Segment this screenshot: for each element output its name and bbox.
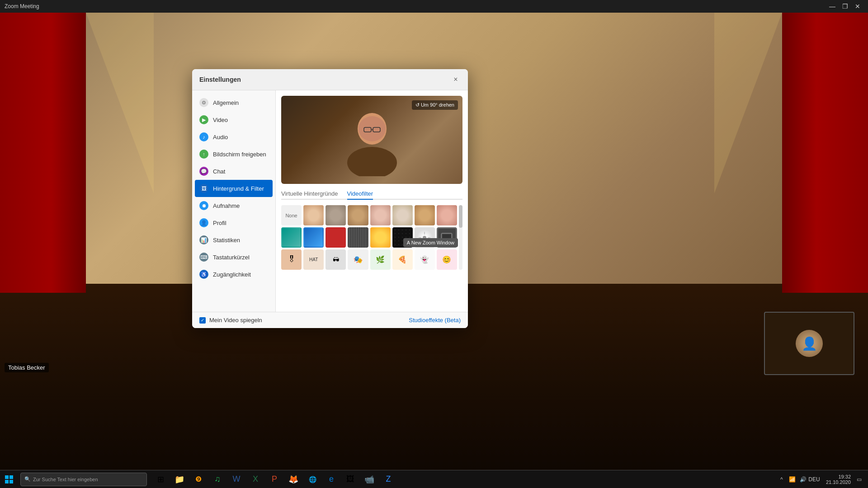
taskbar-folder-icon[interactable]: 📁 bbox=[170, 470, 189, 488]
tray-language[interactable]: DEU bbox=[810, 475, 819, 484]
sidebar-label-profil: Profil bbox=[213, 220, 226, 226]
participant-thumbnail: 👤 bbox=[764, 312, 854, 375]
filter-sunflower[interactable] bbox=[370, 227, 391, 248]
taskbar-excel-icon[interactable]: X bbox=[246, 470, 264, 488]
curtain-right bbox=[782, 13, 868, 293]
sidebar-item-zugaenglich[interactable]: ♿ Zugänglichkeit bbox=[192, 266, 275, 283]
tray-chevron[interactable]: ^ bbox=[777, 475, 786, 484]
audio-icon: ♪ bbox=[199, 132, 208, 141]
taskbar-spotify-icon[interactable]: ♫ bbox=[208, 470, 226, 488]
dialog-header: Einstellungen × bbox=[192, 69, 468, 90]
filter-glasses[interactable]: 🕶 bbox=[326, 249, 346, 270]
hintergrund-icon: 🖼 bbox=[199, 184, 208, 193]
taskbar-ppt-icon[interactable]: P bbox=[265, 470, 283, 488]
system-tray: ^ 📶 🔊 DEU bbox=[774, 475, 822, 484]
tray-volume[interactable]: 🔊 bbox=[799, 475, 808, 484]
filter-scrollthumb bbox=[459, 205, 462, 228]
filter-skin-2[interactable] bbox=[326, 205, 346, 225]
participant-name: Tobias Becker bbox=[5, 363, 49, 372]
filter-skin-7[interactable] bbox=[437, 205, 457, 225]
taskbar-video-icon[interactable]: 📹 bbox=[360, 470, 378, 488]
sidebar-item-audio[interactable]: ♪ Audio bbox=[192, 128, 275, 145]
filter-skin-3[interactable] bbox=[348, 205, 368, 225]
mirror-checkbox[interactable]: ✓ bbox=[199, 317, 206, 324]
filter-tabs: Virtuelle Hintergründe Videofilter bbox=[281, 188, 462, 200]
filter-tv-static[interactable] bbox=[348, 227, 368, 248]
taskbar-edge-icon[interactable]: e bbox=[322, 470, 340, 488]
svg-point-5 bbox=[347, 147, 397, 176]
mirror-checkbox-row: ✓ Mein Video spiegeln bbox=[199, 317, 262, 324]
filter-emoji1[interactable]: 🎖 bbox=[281, 249, 302, 270]
window-close-button[interactable]: ✕ bbox=[852, 2, 863, 11]
studio-effects-link[interactable]: Studioeffekte (Beta) bbox=[409, 317, 461, 324]
sidebar-item-video[interactable]: ▶ Video bbox=[192, 111, 275, 128]
sidebar-item-statistiken[interactable]: 📊 Statistiken bbox=[192, 231, 275, 249]
sidebar-label-aufnahme: Aufnahme bbox=[213, 202, 240, 209]
filter-monitor[interactable] bbox=[437, 227, 457, 248]
taskbar-word-icon[interactable]: W bbox=[227, 470, 245, 488]
dialog-body: ⚙ Allgemein ▶ Video ♪ Audio ↑ Bildschirm… bbox=[192, 90, 468, 312]
sidebar-item-aufnahme[interactable]: ⏺ Aufnahme bbox=[192, 197, 275, 214]
profil-icon: 👤 bbox=[199, 218, 208, 227]
sidebar-label-statistiken: Statistiken bbox=[213, 237, 240, 244]
tab-virtuelle[interactable]: Virtuelle Hintergründe bbox=[281, 188, 338, 200]
title-bar-text: Zoom Meeting bbox=[5, 3, 826, 9]
filter-hat[interactable]: HAT bbox=[303, 249, 324, 270]
taskbar-apps-icon[interactable]: ⊞ bbox=[151, 470, 170, 488]
rotate-button[interactable]: ↺ Um 90° drehen bbox=[412, 100, 458, 110]
filter-emoji3[interactable]: 🌿 bbox=[370, 249, 391, 270]
taskbar-time-date[interactable]: 19:32 21.10.2020 bbox=[826, 474, 851, 485]
sidebar-item-chat[interactable]: 💬 Chat bbox=[192, 163, 275, 180]
filter-sparkle[interactable] bbox=[415, 227, 435, 248]
show-desktop[interactable]: ▭ bbox=[854, 475, 863, 484]
sidebar-item-allgemein[interactable]: ⚙ Allgemein bbox=[192, 94, 275, 111]
filter-emoji5[interactable]: 😊 bbox=[437, 249, 457, 270]
maximize-button[interactable]: ❐ bbox=[839, 2, 851, 11]
clock-date: 21.10.2020 bbox=[826, 479, 851, 485]
video-icon: ▶ bbox=[199, 115, 208, 124]
search-placeholder: Zur Suche Text hier eingeben bbox=[33, 477, 98, 482]
sidebar-label-zugaenglich: Zugänglichkeit bbox=[213, 271, 251, 278]
taskbar-firefox-icon[interactable]: 🦊 bbox=[284, 470, 302, 488]
filter-red[interactable] bbox=[326, 227, 346, 248]
filter-blue-wave[interactable] bbox=[303, 227, 324, 248]
taskbar-ie-icon[interactable]: ❾ bbox=[189, 470, 208, 488]
filter-skin-4[interactable] bbox=[370, 205, 391, 225]
svg-rect-18 bbox=[9, 480, 13, 483]
sidebar-label-allgemein: Allgemein bbox=[213, 99, 239, 106]
filter-none[interactable]: None bbox=[281, 205, 302, 225]
taskbar-pinned-icons: ⊞ 📁 ❾ ♫ W X P 🦊 🌐 e 🖼 📹 Z bbox=[151, 470, 397, 488]
filter-dots[interactable] bbox=[392, 227, 413, 248]
sidebar-item-bildschirm[interactable]: ↑ Bildschirm freigeben bbox=[192, 145, 275, 163]
sidebar-item-tastatur[interactable]: ⌨ Tastaturkürzel bbox=[192, 249, 275, 266]
start-button[interactable] bbox=[0, 470, 18, 488]
tray-network[interactable]: 📶 bbox=[788, 475, 797, 484]
curtain-left bbox=[0, 13, 86, 293]
filter-pizza[interactable]: 🍕 bbox=[392, 249, 413, 270]
filter-skin-1[interactable] bbox=[303, 205, 324, 225]
filter-skin-6[interactable] bbox=[415, 205, 435, 225]
filter-scrollbar[interactable] bbox=[459, 205, 462, 270]
minimize-button[interactable]: — bbox=[826, 2, 838, 11]
svg-rect-12 bbox=[442, 234, 451, 239]
filter-skin-5[interactable] bbox=[392, 205, 413, 225]
sidebar-item-profil[interactable]: 👤 Profil bbox=[192, 214, 275, 231]
dialog-close-button[interactable]: × bbox=[451, 75, 461, 84]
svg-rect-14 bbox=[443, 241, 450, 242]
person-preview bbox=[331, 104, 413, 176]
svg-rect-2 bbox=[364, 127, 371, 132]
taskbar-photos-icon[interactable]: 🖼 bbox=[341, 470, 359, 488]
statistiken-icon: 📊 bbox=[199, 235, 208, 244]
filter-emoji2[interactable]: 🎭 bbox=[348, 249, 368, 270]
sidebar-item-hintergrund[interactable]: 🖼 Hintergrund & Filter bbox=[195, 180, 273, 197]
filter-teal[interactable] bbox=[281, 227, 302, 248]
bildschirm-icon: ↑ bbox=[199, 150, 208, 159]
filter-emoji4[interactable]: 👻 bbox=[415, 249, 435, 270]
svg-rect-17 bbox=[5, 480, 9, 483]
taskbar-chrome-icon[interactable]: 🌐 bbox=[303, 470, 321, 488]
dialog-content: ↺ Um 90° drehen Virtuelle Hintergründe V… bbox=[276, 90, 468, 312]
taskbar-search[interactable]: 🔍 Zur Suche Text hier eingeben bbox=[20, 473, 147, 486]
tab-videofilter[interactable]: Videofilter bbox=[347, 188, 373, 200]
filter-grid: None bbox=[281, 205, 457, 270]
taskbar-zoom-icon[interactable]: Z bbox=[379, 470, 397, 488]
